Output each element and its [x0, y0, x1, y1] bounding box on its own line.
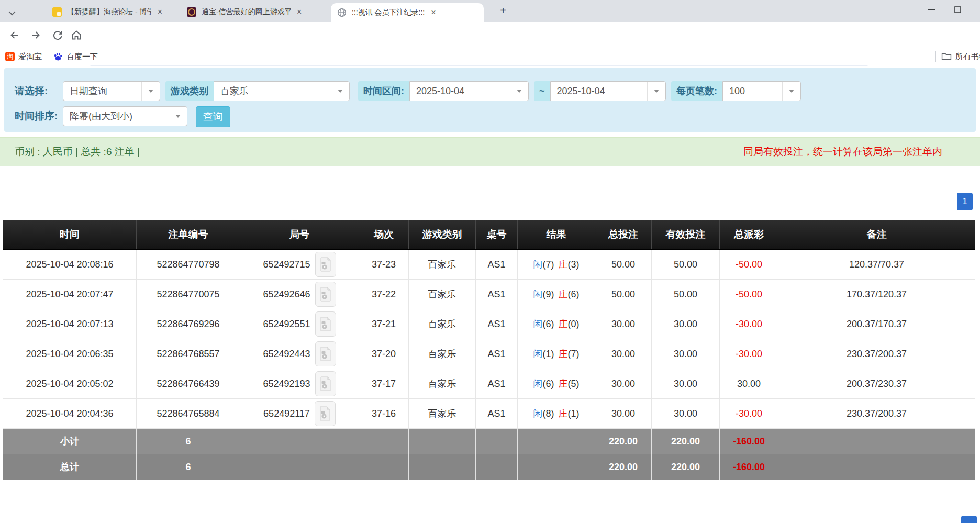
cell-time: 2025-10-04 20:05:02	[3, 369, 137, 399]
cell-round-id: 652492117	[240, 399, 359, 429]
tongbao-favicon	[187, 7, 196, 17]
cell-total-bet[interactable]: 50.00	[595, 249, 652, 280]
cell-session: 37-23	[359, 249, 409, 280]
cell-game: 百家乐	[409, 309, 476, 339]
col-valid-bet: 有效投注	[652, 220, 720, 249]
all-bookmarks-button[interactable]: 所有书签	[941, 50, 980, 63]
baidu-paw-icon	[53, 52, 63, 61]
total-total-bet: 220.00	[595, 454, 652, 480]
round-id: 652492551	[263, 319, 310, 330]
tab-close-icon[interactable]: ×	[431, 8, 436, 17]
bottom-page-button-partial[interactable]	[961, 516, 977, 523]
subtotal-payout: -160.00	[720, 429, 778, 454]
col-payout: 总派彩	[720, 220, 778, 249]
globe-favicon	[337, 8, 347, 17]
table-row: 2025-10-04 20:06:35 522864768557 6524924…	[3, 339, 975, 369]
date-start-select[interactable]: 2025-10-04	[409, 81, 529, 101]
browser-window: 【新提醒】海燕论坛 - 博学交流 × 通宝-信营最好的网上游戏平台 × :::视…	[0, 0, 980, 523]
cell-time: 2025-10-04 20:08:16	[3, 249, 137, 280]
chevron-down-icon[interactable]	[141, 82, 160, 101]
video-replay-button[interactable]	[315, 311, 336, 337]
chevron-down-icon[interactable]	[169, 107, 187, 126]
video-replay-button[interactable]	[315, 282, 336, 307]
cell-bet-id: 522864765884	[137, 399, 240, 429]
window-maximize-button[interactable]	[945, 0, 970, 19]
cell-result: 闲(6)庄(0)	[518, 309, 595, 339]
bookmark-baidu[interactable]: 百度一下	[53, 50, 98, 63]
chevron-down-icon[interactable]	[510, 82, 528, 101]
forward-icon[interactable]	[29, 29, 42, 41]
cell-remark: 120.37/70.37	[778, 249, 975, 280]
tab-close-icon[interactable]: ×	[158, 7, 162, 17]
new-tab-button[interactable]: +	[496, 4, 510, 18]
cell-result: 闲(8)庄(1)	[518, 399, 595, 429]
valid-bet-notice: 同局有效投注，统一计算在该局第一张注单内	[743, 138, 942, 166]
subtotal-row: 小计 6 220.00 220.00 -160.00	[3, 429, 975, 454]
cell-total-bet[interactable]: 50.00	[595, 280, 652, 309]
currency-summary: 币别 : 人民币 | 总共 :6 注单 |	[15, 138, 140, 166]
tab-close-icon[interactable]: ×	[297, 7, 302, 17]
col-time: 时间	[3, 220, 137, 249]
bet-records-table: 时间 注单编号 局号 场次 游戏类别 桌号 结果 总投注 有效投注 总派彩 备注…	[3, 220, 975, 480]
cell-valid-bet: 30.00	[652, 369, 720, 399]
cell-game: 百家乐	[409, 339, 476, 369]
cell-session: 37-16	[359, 399, 409, 429]
table-row: 2025-10-04 20:05:02 522864766439 6524921…	[3, 369, 975, 399]
page-size-select[interactable]: 100	[722, 81, 801, 101]
back-icon[interactable]	[8, 29, 21, 41]
cell-round-id: 652492443	[240, 339, 359, 369]
sort-select[interactable]: 降幂(由大到小)	[63, 106, 187, 126]
cell-total-bet[interactable]: 30.00	[595, 399, 652, 429]
chevron-down-icon[interactable]	[331, 82, 349, 101]
cell-total-bet[interactable]: 30.00	[595, 309, 652, 339]
window-close-button[interactable]	[972, 0, 980, 19]
tab-title: 通宝-信营最好的网上游戏平台	[202, 7, 291, 17]
cell-round-id: 652492551	[240, 309, 359, 339]
cell-remark: 230.37/200.37	[778, 399, 975, 429]
subtotal-label: 小计	[3, 429, 137, 454]
cell-total-bet[interactable]: 30.00	[595, 339, 652, 369]
tab-divider	[174, 6, 174, 16]
folder-icon	[941, 52, 952, 61]
cell-bet-id: 522864769296	[137, 309, 240, 339]
cell-game: 百家乐	[409, 369, 476, 399]
query-type-select[interactable]: 日期查询	[63, 81, 160, 101]
cell-time: 2025-10-04 20:04:36	[3, 399, 137, 429]
home-icon[interactable]	[70, 29, 83, 41]
col-game: 游戏类别	[409, 220, 476, 249]
navigation-bar: 614oxkc3.com/game/betrecord_search/kind3…	[0, 22, 980, 48]
window-minimize-button[interactable]	[919, 0, 943, 19]
search-button[interactable]: 查询	[196, 106, 230, 127]
round-id: 652492443	[263, 349, 310, 360]
page-size-value: 100	[723, 82, 782, 101]
date-end-select[interactable]: 2025-10-04	[550, 81, 666, 101]
video-replay-button[interactable]	[315, 341, 336, 366]
chevron-down-icon[interactable]	[647, 82, 665, 101]
video-replay-button[interactable]	[315, 401, 336, 426]
cell-valid-bet: 30.00	[652, 309, 720, 339]
game-type-select[interactable]: 百家乐	[214, 81, 350, 101]
table-row: 2025-10-04 20:08:16 522864770798 6524927…	[3, 249, 975, 280]
tab-tongbao[interactable]: 通宝-信营最好的网上游戏平台 ×	[181, 4, 318, 20]
table-row: 2025-10-04 20:07:13 522864769296 6524925…	[3, 309, 975, 339]
cell-result: 闲(7)庄(3)	[518, 249, 595, 280]
col-session: 场次	[359, 220, 409, 249]
cell-total-bet[interactable]: 30.00	[595, 369, 652, 399]
all-bookmarks-label: 所有书签	[955, 52, 980, 62]
cell-valid-bet: 50.00	[652, 280, 720, 309]
round-id: 652492117	[263, 408, 310, 419]
video-replay-button[interactable]	[315, 371, 336, 396]
cell-table: AS1	[476, 339, 518, 369]
chevron-down-icon[interactable]	[782, 82, 800, 101]
cell-session: 37-22	[359, 280, 409, 309]
tab-bet-records-active[interactable]: :::视讯 会员下注纪录::: ×	[331, 3, 484, 22]
tab-search-chevron-icon[interactable]	[8, 8, 16, 18]
tab-haiyan-forum[interactable]: 【新提醒】海燕论坛 - 博学交流 ×	[46, 4, 168, 20]
cell-bet-id: 522864770798	[137, 249, 240, 280]
video-replay-button[interactable]	[315, 252, 336, 277]
page-1-button[interactable]: 1	[957, 193, 973, 210]
cell-bet-id: 522864768557	[137, 339, 240, 369]
cell-valid-bet: 30.00	[652, 399, 720, 429]
reload-icon[interactable]	[51, 29, 64, 41]
bookmark-aitaobao[interactable]: 淘 爱淘宝	[5, 50, 42, 63]
